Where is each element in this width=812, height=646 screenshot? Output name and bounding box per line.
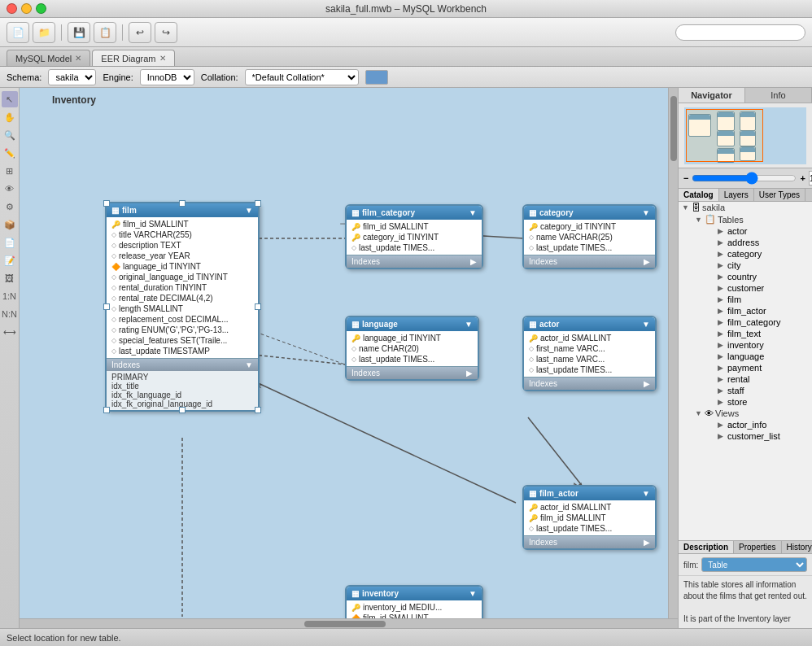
tree-root[interactable]: ▼ 🗄 sakila	[679, 202, 812, 213]
connect-tool[interactable]: ⟷	[2, 324, 18, 340]
table-actor-indexes[interactable]: Indexes ▶	[524, 377, 655, 390]
tree-item-film_category[interactable]: ▶film_category	[714, 316, 812, 328]
routine-tool[interactable]: ⚙	[2, 199, 18, 215]
table-film-actor-indexes[interactable]: Indexes ▶	[524, 535, 655, 548]
expand-icon[interactable]: ▼	[642, 208, 650, 217]
table-film-category[interactable]: ▦ film_category ▼ 🔑film_id SMALLINT 🔑cat…	[345, 204, 483, 269]
tab-catalog[interactable]: Catalog	[679, 189, 719, 201]
tree-item-address[interactable]: ▶address	[714, 237, 812, 248]
rel-1n-tool[interactable]: 1:N	[2, 288, 18, 304]
redo-button[interactable]: ↪	[155, 22, 177, 43]
window-controls[interactable]	[7, 3, 46, 14]
zoom-plus[interactable]: +	[800, 173, 805, 183]
tree-item-film[interactable]: ▶film	[714, 294, 812, 305]
resize-bm[interactable]	[179, 407, 186, 413]
table-category[interactable]: ▦ category ▼ 🔑category_id TINYINT ◇name …	[522, 204, 657, 269]
desc-type-select[interactable]: Table	[701, 557, 807, 572]
table-tool[interactable]: ⊞	[2, 163, 18, 179]
scrollbar-h-thumb[interactable]	[304, 621, 386, 627]
color-picker[interactable]	[365, 70, 388, 85]
table-film-indexes-header[interactable]: Indexes ▼	[107, 358, 258, 371]
tree-item-inventory[interactable]: ▶inventory	[714, 339, 812, 351]
rel-nn-tool[interactable]: N:N	[2, 306, 18, 322]
tab-properties[interactable]: Properties	[734, 541, 782, 553]
resize-mr[interactable]	[255, 303, 261, 310]
tree-item-store[interactable]: ▶store	[714, 396, 812, 408]
expand-icon[interactable]: ▼	[642, 320, 650, 329]
resize-tr[interactable]	[255, 200, 261, 207]
table-category-indexes[interactable]: Indexes ▶	[524, 255, 655, 268]
tree-item-rental[interactable]: ▶rental	[714, 373, 812, 385]
table-film-category-indexes[interactable]: Indexes ▶	[347, 255, 482, 268]
save-as-button[interactable]: 📋	[94, 22, 116, 43]
tree-item-staff[interactable]: ▶staff	[714, 385, 812, 396]
tree-item-customer[interactable]: ▶customer	[714, 282, 812, 294]
tab-history[interactable]: History	[782, 541, 812, 553]
table-film-actor[interactable]: ▦ film_actor ▼ 🔑actor_id SMALLINT 🔑film_…	[522, 485, 657, 550]
save-button[interactable]: 💾	[68, 22, 90, 43]
note-tool[interactable]: 📝	[2, 252, 18, 268]
resize-tm[interactable]	[179, 200, 186, 207]
canvas-area[interactable]: Inventory ⋈ ⊣ ||	[20, 88, 678, 628]
tab-user-types[interactable]: User Types	[754, 189, 805, 201]
minimize-button[interactable]	[21, 3, 32, 14]
tab-description[interactable]: Description	[679, 541, 734, 553]
tree-item-country[interactable]: ▶country	[714, 271, 812, 282]
search-input[interactable]	[675, 24, 805, 41]
tree-item-language[interactable]: ▶language	[714, 351, 812, 362]
indexes-expand[interactable]: ▼	[245, 360, 253, 369]
tab-eer-diagram[interactable]: EER Diagram ✕	[92, 50, 174, 66]
schema-select[interactable]: sakila	[48, 69, 96, 85]
tree-item-actor_info[interactable]: ▶actor_info	[714, 419, 812, 430]
resize-br[interactable]	[255, 407, 261, 413]
tab-info[interactable]: Info	[745, 88, 812, 103]
table-film-expand[interactable]: ▼	[245, 206, 253, 215]
image-tool[interactable]: 🖼	[2, 270, 18, 286]
table-language-indexes[interactable]: Indexes ▶	[347, 366, 478, 379]
zoom-minus[interactable]: −	[683, 173, 688, 183]
expand-icon[interactable]: ▼	[465, 320, 473, 329]
tab-layers[interactable]: Layers	[719, 189, 754, 201]
table-film[interactable]: ▦ film ▼ 🔑film_id SMALLINT ◇title VARCHA…	[105, 202, 260, 412]
engine-select[interactable]: InnoDB	[140, 69, 194, 85]
collation-select[interactable]: *Default Collation*	[245, 69, 359, 85]
tree-item-category[interactable]: ▶category	[714, 248, 812, 260]
tree-item-film_text[interactable]: ▶film_text	[714, 328, 812, 339]
undo-button[interactable]: ↩	[129, 22, 151, 43]
scrollbar-horizontal[interactable]	[20, 618, 678, 628]
scrollbar-vertical[interactable]	[668, 88, 678, 618]
view-tool[interactable]: 👁	[2, 181, 18, 197]
tree-item-city[interactable]: ▶city	[714, 260, 812, 271]
table-language[interactable]: ▦ language ▼ 🔑language_id TINYINT ◇name …	[345, 316, 479, 381]
open-button[interactable]: 📁	[33, 22, 55, 43]
resize-bl[interactable]	[103, 407, 110, 413]
layer-tool[interactable]: 📄	[2, 234, 18, 251]
expand-icon[interactable]: ▼	[469, 589, 477, 598]
routine-group-tool[interactable]: 📦	[2, 216, 18, 233]
select-tool[interactable]: ↖	[2, 91, 18, 107]
resize-tl[interactable]	[103, 200, 110, 207]
tab-navigator[interactable]: Navigator	[679, 88, 745, 103]
table-actor[interactable]: ▦ actor ▼ 🔑actor_id SMALLINT ◇first_name…	[522, 316, 657, 391]
expand-icon[interactable]: ▼	[469, 208, 477, 217]
maximize-button[interactable]	[36, 3, 46, 14]
pencil-tool[interactable]: ✏️	[2, 145, 18, 161]
expand-icon[interactable]: ▼	[642, 489, 650, 498]
zoom-tool[interactable]: 🔍	[2, 127, 18, 143]
tree-views[interactable]: ▼ 👁 Views	[692, 408, 812, 419]
tab-eer-diagram-close[interactable]: ✕	[159, 54, 166, 63]
tree-item-actor[interactable]: ▶actor	[714, 225, 812, 237]
hand-tool[interactable]: ✋	[2, 109, 18, 125]
close-button[interactable]	[7, 3, 17, 14]
scrollbar-v-thumb[interactable]	[670, 96, 677, 161]
tree-item-customer_list[interactable]: ▶customer_list	[714, 430, 812, 442]
tree-item-film_actor[interactable]: ▶film_actor	[714, 305, 812, 316]
new-button[interactable]: 📄	[7, 22, 29, 43]
tree-tables[interactable]: ▼ 📋 Tables	[692, 213, 812, 225]
resize-ml[interactable]	[103, 303, 110, 310]
tab-mysql-model[interactable]: MySQL Model ✕	[7, 50, 90, 66]
table-actor-body: 🔑actor_id SMALLINT ◇first_name VARC... ◇…	[524, 331, 655, 377]
tree-item-payment[interactable]: ▶payment	[714, 362, 812, 373]
zoom-slider[interactable]	[692, 172, 797, 185]
tab-mysql-model-close[interactable]: ✕	[75, 54, 81, 63]
